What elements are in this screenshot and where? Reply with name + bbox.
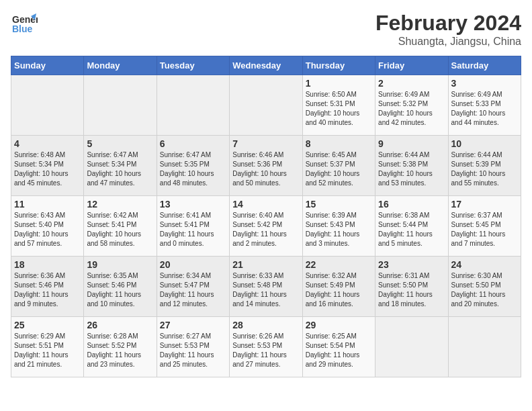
day-info: Sunrise: 6:46 AMSunset: 5:36 PMDaylight:… bbox=[232, 150, 299, 188]
calendar-cell bbox=[448, 317, 521, 377]
day-info: Sunrise: 6:49 AMSunset: 5:33 PMDaylight:… bbox=[451, 90, 518, 128]
day-info: Sunrise: 6:36 AMSunset: 5:46 PMDaylight:… bbox=[14, 271, 81, 309]
header: General Blue February 2024 Shuangta, Jia… bbox=[11, 11, 521, 48]
day-number: 11 bbox=[14, 199, 81, 210]
day-info: Sunrise: 6:30 AMSunset: 5:50 PMDaylight:… bbox=[451, 271, 518, 309]
day-number: 6 bbox=[160, 138, 226, 149]
day-number: 14 bbox=[232, 199, 299, 210]
calendar-cell: 5Sunrise: 6:47 AMSunset: 5:34 PMDaylight… bbox=[84, 136, 157, 196]
calendar-table: SundayMondayTuesdayWednesdayThursdayFrid… bbox=[11, 56, 521, 377]
logo: General Blue bbox=[11, 11, 38, 36]
weekday-header: Wednesday bbox=[230, 56, 302, 75]
calendar-cell: 13Sunrise: 6:41 AMSunset: 5:41 PMDayligh… bbox=[157, 196, 229, 257]
calendar-cell: 18Sunrise: 6:36 AMSunset: 5:46 PMDayligh… bbox=[11, 257, 84, 317]
day-number: 13 bbox=[160, 199, 226, 210]
day-info: Sunrise: 6:34 AMSunset: 5:47 PMDaylight:… bbox=[160, 271, 226, 309]
day-number: 25 bbox=[14, 320, 81, 330]
day-info: Sunrise: 6:27 AMSunset: 5:53 PMDaylight:… bbox=[160, 332, 226, 369]
day-info: Sunrise: 6:43 AMSunset: 5:40 PMDaylight:… bbox=[14, 211, 81, 248]
calendar-cell: 9Sunrise: 6:44 AMSunset: 5:38 PMDaylight… bbox=[375, 136, 448, 196]
calendar-cell: 2Sunrise: 6:49 AMSunset: 5:32 PMDaylight… bbox=[375, 75, 448, 136]
day-info: Sunrise: 6:40 AMSunset: 5:42 PMDaylight:… bbox=[232, 211, 299, 248]
day-number: 5 bbox=[87, 138, 153, 149]
day-info: Sunrise: 6:47 AMSunset: 5:35 PMDaylight:… bbox=[160, 150, 226, 188]
weekday-header: Sunday bbox=[11, 56, 84, 75]
day-number: 8 bbox=[306, 138, 372, 149]
weekday-header: Thursday bbox=[302, 56, 375, 75]
calendar-cell bbox=[157, 75, 229, 136]
day-number: 20 bbox=[160, 259, 226, 270]
day-number: 15 bbox=[306, 199, 372, 210]
weekday-header: Monday bbox=[84, 56, 157, 75]
day-info: Sunrise: 6:37 AMSunset: 5:45 PMDaylight:… bbox=[451, 211, 518, 248]
day-number: 22 bbox=[306, 259, 372, 270]
calendar-week-row: 1Sunrise: 6:50 AMSunset: 5:31 PMDaylight… bbox=[11, 75, 521, 136]
day-info: Sunrise: 6:28 AMSunset: 5:52 PMDaylight:… bbox=[87, 332, 153, 369]
day-number: 2 bbox=[378, 78, 445, 89]
day-info: Sunrise: 6:42 AMSunset: 5:41 PMDaylight:… bbox=[87, 211, 153, 248]
calendar-cell: 3Sunrise: 6:49 AMSunset: 5:33 PMDaylight… bbox=[448, 75, 521, 136]
calendar-cell: 23Sunrise: 6:31 AMSunset: 5:50 PMDayligh… bbox=[375, 257, 448, 317]
day-info: Sunrise: 6:41 AMSunset: 5:41 PMDaylight:… bbox=[160, 211, 226, 248]
day-number: 1 bbox=[306, 78, 372, 89]
calendar-cell: 28Sunrise: 6:26 AMSunset: 5:53 PMDayligh… bbox=[230, 317, 302, 377]
calendar-cell bbox=[84, 75, 157, 136]
day-number: 12 bbox=[87, 199, 153, 210]
day-number: 3 bbox=[451, 78, 518, 89]
day-info: Sunrise: 6:39 AMSunset: 5:43 PMDaylight:… bbox=[306, 211, 372, 248]
day-number: 26 bbox=[87, 320, 153, 330]
day-info: Sunrise: 6:35 AMSunset: 5:46 PMDaylight:… bbox=[87, 271, 153, 309]
calendar-week-row: 18Sunrise: 6:36 AMSunset: 5:46 PMDayligh… bbox=[11, 257, 521, 317]
day-number: 7 bbox=[232, 138, 299, 149]
calendar-cell: 29Sunrise: 6:25 AMSunset: 5:54 PMDayligh… bbox=[302, 317, 375, 377]
calendar-cell: 4Sunrise: 6:48 AMSunset: 5:34 PMDaylight… bbox=[11, 136, 84, 196]
day-number: 10 bbox=[451, 138, 518, 149]
day-number: 21 bbox=[232, 259, 299, 270]
calendar-week-row: 11Sunrise: 6:43 AMSunset: 5:40 PMDayligh… bbox=[11, 196, 521, 257]
calendar-cell: 26Sunrise: 6:28 AMSunset: 5:52 PMDayligh… bbox=[84, 317, 157, 377]
calendar-cell: 15Sunrise: 6:39 AMSunset: 5:43 PMDayligh… bbox=[302, 196, 375, 257]
day-info: Sunrise: 6:32 AMSunset: 5:49 PMDaylight:… bbox=[306, 271, 372, 309]
day-info: Sunrise: 6:25 AMSunset: 5:54 PMDaylight:… bbox=[306, 332, 372, 369]
calendar-cell: 20Sunrise: 6:34 AMSunset: 5:47 PMDayligh… bbox=[157, 257, 229, 317]
calendar-cell: 27Sunrise: 6:27 AMSunset: 5:53 PMDayligh… bbox=[157, 317, 229, 377]
day-info: Sunrise: 6:26 AMSunset: 5:53 PMDaylight:… bbox=[232, 332, 299, 369]
weekday-header: Tuesday bbox=[157, 56, 229, 75]
calendar-cell: 12Sunrise: 6:42 AMSunset: 5:41 PMDayligh… bbox=[84, 196, 157, 257]
calendar-cell: 22Sunrise: 6:32 AMSunset: 5:49 PMDayligh… bbox=[302, 257, 375, 317]
day-info: Sunrise: 6:45 AMSunset: 5:37 PMDaylight:… bbox=[306, 150, 372, 188]
day-info: Sunrise: 6:47 AMSunset: 5:34 PMDaylight:… bbox=[87, 150, 153, 188]
calendar-week-row: 25Sunrise: 6:29 AMSunset: 5:51 PMDayligh… bbox=[11, 317, 521, 377]
day-info: Sunrise: 6:48 AMSunset: 5:34 PMDaylight:… bbox=[14, 150, 81, 188]
calendar-cell: 10Sunrise: 6:44 AMSunset: 5:39 PMDayligh… bbox=[448, 136, 521, 196]
calendar-cell: 25Sunrise: 6:29 AMSunset: 5:51 PMDayligh… bbox=[11, 317, 84, 377]
day-number: 16 bbox=[378, 199, 445, 210]
calendar-cell bbox=[11, 75, 84, 136]
day-info: Sunrise: 6:38 AMSunset: 5:44 PMDaylight:… bbox=[378, 211, 445, 248]
svg-text:Blue: Blue bbox=[12, 24, 33, 34]
calendar-cell: 6Sunrise: 6:47 AMSunset: 5:35 PMDaylight… bbox=[157, 136, 229, 196]
day-info: Sunrise: 6:31 AMSunset: 5:50 PMDaylight:… bbox=[378, 271, 445, 309]
calendar-cell bbox=[375, 317, 448, 377]
day-number: 4 bbox=[14, 138, 81, 149]
day-number: 18 bbox=[14, 259, 81, 270]
calendar-cell: 7Sunrise: 6:46 AMSunset: 5:36 PMDaylight… bbox=[230, 136, 302, 196]
day-number: 24 bbox=[451, 259, 518, 270]
location-title: Shuangta, Jiangsu, China bbox=[375, 36, 521, 48]
day-info: Sunrise: 6:50 AMSunset: 5:31 PMDaylight:… bbox=[306, 90, 372, 128]
calendar-cell: 8Sunrise: 6:45 AMSunset: 5:37 PMDaylight… bbox=[302, 136, 375, 196]
calendar-cell: 17Sunrise: 6:37 AMSunset: 5:45 PMDayligh… bbox=[448, 196, 521, 257]
day-info: Sunrise: 6:49 AMSunset: 5:32 PMDaylight:… bbox=[378, 90, 445, 128]
day-info: Sunrise: 6:44 AMSunset: 5:38 PMDaylight:… bbox=[378, 150, 445, 188]
calendar-week-row: 4Sunrise: 6:48 AMSunset: 5:34 PMDaylight… bbox=[11, 136, 521, 196]
calendar-cell: 11Sunrise: 6:43 AMSunset: 5:40 PMDayligh… bbox=[11, 196, 84, 257]
title-area: February 2024 Shuangta, Jiangsu, China bbox=[375, 11, 521, 48]
day-number: 27 bbox=[160, 320, 226, 330]
calendar-cell: 21Sunrise: 6:33 AMSunset: 5:48 PMDayligh… bbox=[230, 257, 302, 317]
day-number: 23 bbox=[378, 259, 445, 270]
day-number: 28 bbox=[232, 320, 299, 330]
day-info: Sunrise: 6:44 AMSunset: 5:39 PMDaylight:… bbox=[451, 150, 518, 188]
calendar-cell bbox=[230, 75, 302, 136]
day-number: 17 bbox=[451, 199, 518, 210]
day-info: Sunrise: 6:33 AMSunset: 5:48 PMDaylight:… bbox=[232, 271, 299, 309]
